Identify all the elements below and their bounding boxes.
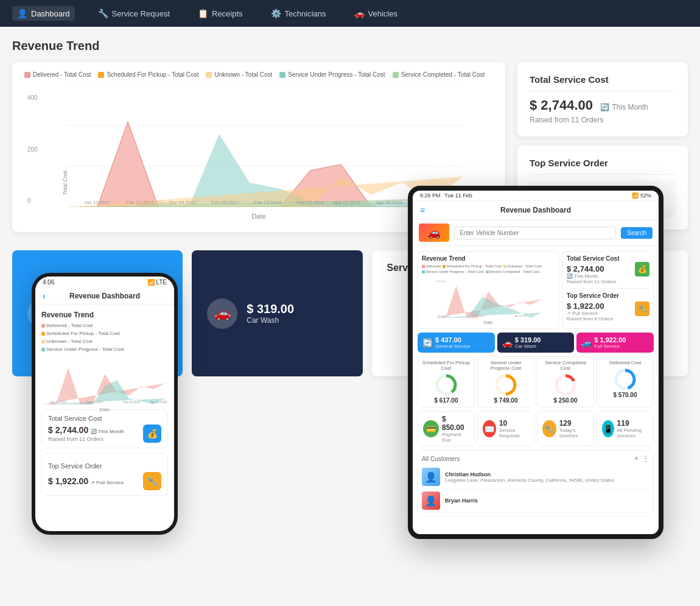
tablet-progress-amount: $ 749.00: [494, 397, 518, 404]
more-options-icon[interactable]: ⋮: [642, 454, 649, 463]
tablet-progress-title: Service Under Progress Cost: [481, 360, 531, 371]
tablet-pending-info: 119 All Pending Services: [617, 419, 648, 439]
tablet-carwash-icon: 🚗: [502, 338, 513, 348]
phone-service-order-info: $ 1,922.00 ↗ Full Service: [48, 476, 124, 486]
tablet-completed-title: Service Completed Cost: [541, 360, 590, 371]
add-customer-icon[interactable]: +: [634, 454, 639, 463]
total-service-title: Total Service Cost: [530, 74, 676, 91]
tablet-search-button[interactable]: Search: [621, 227, 653, 239]
svg-text:Feb 23,2018: Feb 23,2018: [297, 200, 324, 205]
tablet-search-bar: 🚗 Search: [413, 220, 659, 246]
tablet-top-order-info: $ 1,922.00 ↗ Full Service Raised from 8 …: [567, 301, 613, 322]
dashboard-icon: 👤: [17, 9, 27, 18]
phone-service-order-amount: $ 1,922.00 ↗ Full Service: [48, 476, 124, 486]
tablet-customer-1-name: Christian Hudson: [445, 471, 614, 477]
tablet-payment-icon: 💳: [423, 420, 439, 437]
legend-progress-dot: [279, 72, 285, 78]
legend-scheduled: Scheduled For Pickup - Total Cost: [98, 71, 198, 78]
phone-mockup: 4:06 📶 LTE ‹ Revenue Dashboard Revenue T…: [32, 273, 178, 535]
phone-revenue-title: Revenue Trend: [41, 311, 168, 319]
tablet-todays-services: 🔧 129 Today's Services: [537, 411, 594, 446]
tablet-fullservice-info: $ 1,922.00 Full Service: [594, 336, 626, 349]
total-service-sub: Raised from 11 Orders: [530, 116, 676, 124]
phone-back-button[interactable]: ‹: [43, 291, 46, 301]
svg-text:Total Cost: Total Cost: [436, 280, 446, 283]
vehicles-icon: 🚗: [354, 9, 365, 18]
tablet-today-info: 129 Today's Services: [559, 419, 589, 439]
tablet-top-order-title: Top Service Order: [567, 292, 649, 299]
nav-service-label: Service Request: [112, 9, 170, 18]
total-service-amount: $ 2,744.00: [530, 97, 593, 113]
legend-unknown-dot: [206, 72, 212, 78]
tablet-pending-icon: 📱: [602, 420, 614, 437]
tablet-pending-label: All Pending Services: [617, 428, 648, 439]
phone-nav-title: Revenue Dashboard: [69, 292, 140, 300]
tablet-today-label: Today's Services: [559, 428, 589, 439]
tablet-chart-date-label: Date: [422, 320, 555, 325]
car-wash-info: $ 319.00 Car Wash: [247, 302, 294, 325]
legend-delivered-label: Delivered - Total Cost: [33, 71, 91, 78]
tablet-delivered-cost: Delivered Cost $ 570.00: [597, 356, 654, 407]
phone-time: 4:06: [43, 279, 54, 286]
tablet-payment-info: $ 850.00 Payment Due: [442, 415, 469, 443]
phone-chart-svg: Jan 12,2017 Feb 23,2017 Feb 05,2018 Apr …: [41, 356, 168, 404]
tablet-total-amount: $ 2,744.00: [567, 264, 616, 273]
tablet-progress-donut: [494, 373, 518, 397]
tablet-status-bar: 8:26 PM Tue 11 Feb 📶 52%: [413, 191, 659, 201]
tablet-customer-1-info: Christian Hudson Longview Lane, Pleasant…: [445, 471, 614, 483]
y-axis-labels: 400 200 0: [27, 94, 38, 204]
svg-text:Jan 12,2017: Jan 12,2017: [50, 400, 67, 404]
tablet-payment-amount: $ 850.00: [442, 415, 469, 432]
nav-item-vehicles[interactable]: 🚗 Vehicles: [349, 6, 402, 21]
tablet-completed-donut: [553, 373, 578, 397]
tablet-car-wash-card: 🚗 $ 319.00 Car Wash: [497, 333, 575, 353]
tablet-menu-icon[interactable]: ≡: [420, 205, 425, 215]
phone-period: 🔄 This Month: [91, 429, 124, 434]
legend-unknown: Unknown - Total Cost: [206, 71, 272, 78]
legend-completed-label: Service Completed - Total Cost: [401, 71, 485, 78]
tablet-general-icon: 🔄: [422, 338, 433, 348]
nav-item-receipts[interactable]: 📋 Receipts: [193, 6, 248, 21]
tablet-today-num: 129: [559, 419, 589, 428]
tablet-cost-section: Total Service Cost $ 2,744.00 🔄 This Mon…: [562, 251, 654, 329]
tablet-customer-1-address: Longview Lane, Pleasanton, Alameda Count…: [445, 477, 614, 483]
tablet-battery: 📶 52%: [632, 192, 651, 199]
legend-delivered: Delivered - Total Cost: [24, 71, 91, 78]
nav-item-dashboard[interactable]: 👤 Dashboard: [12, 6, 75, 21]
tablet-requests-info: 10 Service Requests: [499, 419, 529, 439]
tablet-top-order-amount: $ 1,922.00: [567, 301, 613, 311]
tablet-customer-2: 👤 Bryan Harris: [422, 489, 649, 513]
tablet-requests-icon: ✉️: [483, 420, 496, 437]
legend-delivered-dot: [24, 72, 30, 78]
tablet-fullservice-icon: 🚙: [581, 338, 592, 348]
tablet-customer-2-avatar: 👤: [422, 491, 440, 510]
phone-legend-scheduled: Scheduled For Pickup - Total Cost: [41, 331, 120, 336]
nav-item-service-request[interactable]: 🔧 Service Request: [93, 6, 175, 21]
tablet-service-requests: ✉️ 10 Service Requests: [477, 411, 534, 446]
svg-text:Jan 12,2017: Jan 12,2017: [84, 200, 111, 205]
tablet-today-icon: 🔧: [542, 420, 556, 437]
chart-legend: Delivered - Total Cost Scheduled For Pic…: [24, 71, 493, 78]
svg-text:Jan 12,2017: Jan 12,2017: [438, 315, 449, 317]
tablet-scheduled-title: Scheduled For Pickup Cost: [421, 360, 471, 371]
tablet-total-cost-row: $ 2,744.00 🔄 This Month Raised from 11 O…: [567, 264, 649, 284]
tablet-payment-due: 💳 $ 850.00 Payment Due: [418, 411, 475, 446]
tablet-top-order-sub: Raised from 8 Orders: [567, 316, 613, 322]
svg-text:Apr 10,2018: Apr 10,2018: [150, 400, 167, 404]
phone-signal-icons: 📶 LTE: [147, 279, 167, 286]
tablet-delivered-title: Delivered Cost: [609, 360, 641, 365]
tablet-chart-legend: Delivered Scheduled For Pickup - Total C…: [422, 264, 555, 273]
tablet-search-input[interactable]: [454, 227, 616, 239]
nav-item-technicians[interactable]: ⚙️ Technicians: [266, 6, 331, 21]
phone-total-title: Total Service Cost: [48, 415, 161, 422]
tablet-divider: [567, 288, 649, 289]
tablet-pending-services: 📱 119 All Pending Services: [597, 411, 654, 446]
technicians-icon: ⚙️: [271, 9, 281, 18]
tablet-general-service-card: 🔄 $ 437.00 General Service: [418, 333, 495, 353]
svg-text:Total Cost: Total Cost: [62, 170, 68, 195]
tablet-revenue-section: Revenue Trend Delivered Scheduled For Pi…: [418, 251, 559, 329]
tablet-top-order-row: $ 1,922.00 ↗ Full Service Raised from 8 …: [567, 301, 649, 322]
phone-amount-row: $ 2,744.00 🔄 This Month Raised from 11 O…: [48, 425, 161, 443]
svg-text:Apr 10,2018: Apr 10,2018: [515, 315, 527, 317]
tablet-time: 8:26 PM Tue 11 Feb: [420, 192, 472, 199]
